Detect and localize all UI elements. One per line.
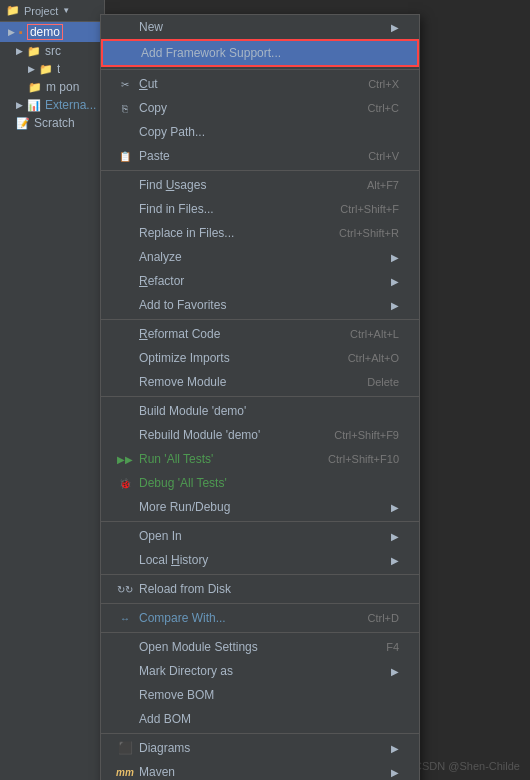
menu-item-open-in[interactable]: Open In ▶ [101, 524, 419, 548]
menu-item-label-copy: Copy [139, 101, 167, 115]
optimize-icon [117, 350, 133, 366]
menu-item-paste[interactable]: 📋 Paste Ctrl+V [101, 144, 419, 168]
more-run-debug-icon [117, 499, 133, 515]
menu-item-label-debug-all-tests: Debug 'All Tests' [139, 476, 227, 490]
menu-item-add-framework[interactable]: Add Framework Support... [101, 39, 419, 67]
menu-item-mark-directory-as[interactable]: Mark Directory as ▶ [101, 659, 419, 683]
folder-icon-mpon: 📁 [28, 81, 42, 94]
new-icon [117, 19, 133, 35]
tree-item-src[interactable]: ▶ 📁 src [0, 42, 104, 60]
menu-item-label-refactor: Refactor [139, 274, 184, 288]
menu-item-debug-all-tests[interactable]: 🐞 Debug 'All Tests' [101, 471, 419, 495]
menu-item-label-replace-in-files: Replace in Files... [139, 226, 234, 240]
analyze-icon [117, 249, 133, 265]
menu-item-shortcut-reformat-code: Ctrl+Alt+L [350, 328, 399, 340]
menu-item-label-add-framework: Add Framework Support... [141, 46, 281, 60]
menu-item-compare-with[interactable]: ↔ Compare With... Ctrl+D [101, 606, 419, 630]
menu-item-label-add-to-favorites: Add to Favorites [139, 298, 226, 312]
menu-item-shortcut-find-in-files: Ctrl+Shift+F [340, 203, 399, 215]
tree-item-mpon[interactable]: 📁 m pon [0, 78, 104, 96]
menu-item-shortcut-run-all-tests: Ctrl+Shift+F10 [328, 453, 399, 465]
folder-icon: 📁 [6, 4, 20, 17]
copy-path-icon [117, 124, 133, 140]
panel-header: 📁 Project ▼ [0, 0, 104, 22]
submenu-arrow-diagrams: ▶ [391, 743, 399, 754]
chevron-right-icon: ▶ [16, 100, 23, 110]
separator-7 [101, 603, 419, 604]
menu-item-replace-in-files[interactable]: Replace in Files... Ctrl+Shift+R [101, 221, 419, 245]
menu-item-copy-path[interactable]: Copy Path... [101, 120, 419, 144]
submenu-arrow-analyze: ▶ [391, 252, 399, 263]
menu-item-add-bom[interactable]: Add BOM [101, 707, 419, 731]
separator-1 [101, 69, 419, 70]
tree-item-demo[interactable]: ▶ ▪ demo [0, 22, 104, 42]
panel-chevron-icon: ▼ [62, 6, 70, 15]
add-bom-icon [117, 711, 133, 727]
menu-item-label-open-in: Open In [139, 529, 182, 543]
tree-item-label-scratch: Scratch [34, 116, 75, 130]
module-icon: ▪ [19, 26, 23, 38]
submenu-arrow-favorites: ▶ [391, 300, 399, 311]
menu-item-build-module[interactable]: Build Module 'demo' [101, 399, 419, 423]
menu-item-more-run-debug[interactable]: More Run/Debug ▶ [101, 495, 419, 519]
remove-module-icon [117, 374, 133, 390]
separator-3 [101, 319, 419, 320]
tree-item-scratch[interactable]: 📝 Scratch [0, 114, 104, 132]
separator-6 [101, 574, 419, 575]
menu-item-diagrams[interactable]: ⬛ Diagrams ▶ [101, 736, 419, 760]
menu-item-shortcut-cut: Ctrl+X [368, 78, 399, 90]
menu-item-find-in-files[interactable]: Find in Files... Ctrl+Shift+F [101, 197, 419, 221]
separator-8 [101, 632, 419, 633]
menu-item-rebuild-module[interactable]: Rebuild Module 'demo' Ctrl+Shift+F9 [101, 423, 419, 447]
diagrams-icon: ⬛ [117, 740, 133, 756]
menu-item-remove-bom[interactable]: Remove BOM [101, 683, 419, 707]
menu-item-run-all-tests[interactable]: ▶ Run 'All Tests' Ctrl+Shift+F10 [101, 447, 419, 471]
module-settings-icon [117, 639, 133, 655]
menu-item-label-run-all-tests: Run 'All Tests' [139, 452, 213, 466]
menu-item-copy[interactable]: Copy Ctrl+C [101, 96, 419, 120]
favorites-icon [117, 297, 133, 313]
mark-dir-icon [117, 663, 133, 679]
menu-item-label-reformat-code: Reformat Code [139, 327, 220, 341]
menu-item-local-history[interactable]: Local History ▶ [101, 548, 419, 572]
menu-item-new[interactable]: New ▶ [101, 15, 419, 39]
debug-icon: 🐞 [117, 475, 133, 491]
menu-item-refactor[interactable]: Refactor ▶ [101, 269, 419, 293]
menu-item-shortcut-remove-module: Delete [367, 376, 399, 388]
menu-item-label-new: New [139, 20, 163, 34]
menu-item-analyze[interactable]: Analyze ▶ [101, 245, 419, 269]
menu-item-maven[interactable]: m Maven ▶ [101, 760, 419, 780]
menu-item-label-rebuild-module: Rebuild Module 'demo' [139, 428, 260, 442]
menu-item-optimize-imports[interactable]: Optimize Imports Ctrl+Alt+O [101, 346, 419, 370]
tree-item-t[interactable]: ▶ 📁 t [0, 60, 104, 78]
menu-item-label-add-bom: Add BOM [139, 712, 191, 726]
menu-item-open-module-settings[interactable]: Open Module Settings F4 [101, 635, 419, 659]
menu-item-reload-from-disk[interactable]: ↻ Reload from Disk [101, 577, 419, 601]
library-icon: 📊 [27, 99, 41, 112]
submenu-arrow-maven: ▶ [391, 767, 399, 778]
menu-item-label-local-history: Local History [139, 553, 208, 567]
menu-item-label-find-usages: Find Usages [139, 178, 206, 192]
submenu-arrow-open-in: ▶ [391, 531, 399, 542]
menu-item-reformat-code[interactable]: Reformat Code Ctrl+Alt+L [101, 322, 419, 346]
menu-item-remove-module[interactable]: Remove Module Delete [101, 370, 419, 394]
tree-item-external[interactable]: ▶ 📊 Externa... [0, 96, 104, 114]
menu-item-cut[interactable]: Cut Ctrl+X [101, 72, 419, 96]
chevron-right-icon: ▶ [16, 46, 23, 56]
scratch-icon: 📝 [16, 117, 30, 130]
rebuild-icon [117, 427, 133, 443]
tree-item-label-external: Externa... [45, 98, 96, 112]
menu-item-find-usages[interactable]: Find Usages Alt+F7 [101, 173, 419, 197]
menu-item-label-copy-path: Copy Path... [139, 125, 205, 139]
menu-item-add-to-favorites[interactable]: Add to Favorites ▶ [101, 293, 419, 317]
menu-item-shortcut-paste: Ctrl+V [368, 150, 399, 162]
menu-item-label-paste: Paste [139, 149, 170, 163]
menu-item-label-mark-directory-as: Mark Directory as [139, 664, 233, 678]
menu-item-label-more-run-debug: More Run/Debug [139, 500, 230, 514]
menu-item-label-remove-module: Remove Module [139, 375, 226, 389]
menu-item-shortcut-rebuild-module: Ctrl+Shift+F9 [334, 429, 399, 441]
project-panel: 📁 Project ▼ ▶ ▪ demo ▶ 📁 src ▶ 📁 t 📁 m p… [0, 0, 105, 780]
submenu-arrow-local-history: ▶ [391, 555, 399, 566]
remove-bom-icon [117, 687, 133, 703]
local-history-icon [117, 552, 133, 568]
